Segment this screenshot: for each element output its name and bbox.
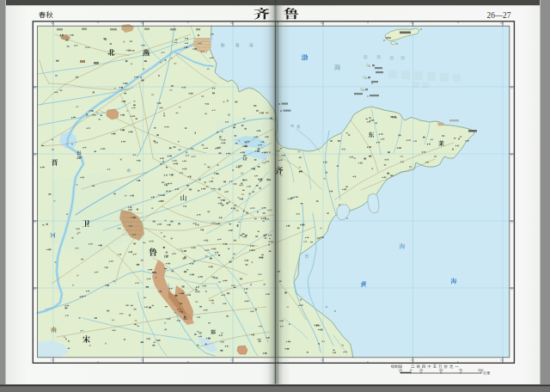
svg-text:0: 0 (410, 369, 412, 372)
svg-text:50: 50 (439, 369, 443, 372)
svg-text:25: 25 (419, 369, 423, 372)
svg-text:100: 100 (478, 369, 483, 372)
svg-text:75: 75 (459, 369, 462, 372)
svg-text:25: 25 (399, 369, 402, 372)
svg-text:26—27: 26—27 (487, 11, 511, 20)
